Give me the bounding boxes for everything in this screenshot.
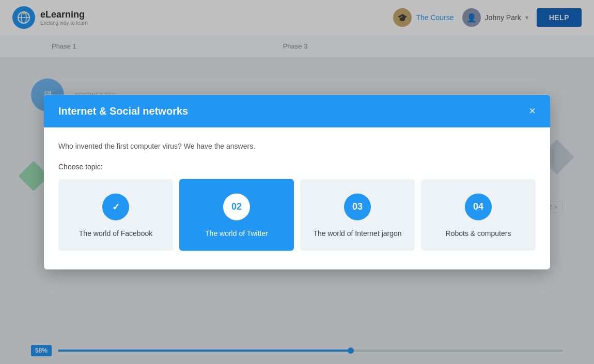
topic-number-2: 02 — [223, 193, 250, 220]
topic-number-1: ✓ — [102, 193, 129, 220]
modal-body: Who invented the first computer virus? W… — [44, 127, 550, 270]
topic-label-3: The world of Internet jargon — [313, 228, 401, 239]
choose-topic-label: Choose topic: — [58, 162, 536, 170]
topic-number-4: 04 — [465, 193, 492, 220]
topics-grid: ✓The world of Facebook02The world of Twi… — [58, 179, 536, 251]
topic-label-1: The world of Facebook — [79, 228, 152, 239]
topic-card-3[interactable]: 03The world of Internet jargon — [300, 179, 415, 251]
topic-card-2[interactable]: 02The world of Twitter — [179, 179, 294, 251]
modal-header: Internet & Social networks × — [44, 94, 550, 127]
topic-card-1[interactable]: ✓The world of Facebook — [58, 179, 173, 251]
topic-label-4: Robots & computers — [446, 228, 511, 239]
modal-dialog: Internet & Social networks × Who invente… — [44, 94, 550, 270]
modal-title: Internet & Social networks — [58, 105, 188, 117]
topic-number-3: 03 — [344, 193, 371, 220]
modal-close-button[interactable]: × — [529, 105, 536, 117]
topic-label-2: The world of Twitter — [205, 228, 268, 239]
modal-description: Who invented the first computer virus? W… — [58, 141, 536, 150]
topic-card-4[interactable]: 04Robots & computers — [421, 179, 536, 251]
